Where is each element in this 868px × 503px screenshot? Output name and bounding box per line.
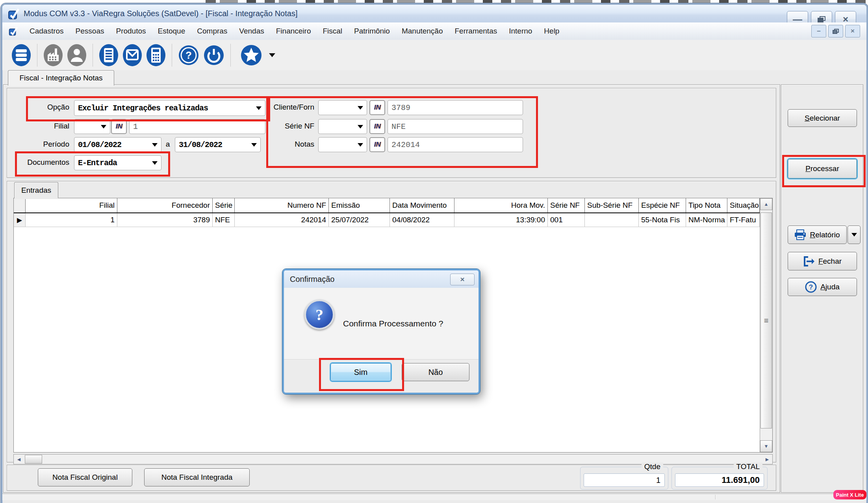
chevron-down-icon [358, 106, 363, 110]
ajuda-button[interactable]: ? Ajuda [788, 278, 857, 296]
menu-pessoas[interactable]: Pessoas [70, 27, 110, 35]
notas-combo[interactable] [318, 137, 367, 152]
filter-panel: Opção Excluir Integrações realizadas Fil… [7, 88, 776, 178]
favorites-dropdown-icon[interactable] [269, 53, 275, 57]
col-especie-nf[interactable]: Espécie NF [639, 198, 686, 212]
col-emissao[interactable]: Emissão [329, 198, 390, 212]
menu-patrimonio[interactable]: Patrimônio [348, 27, 396, 35]
col-sub-serie-nf[interactable]: Sub-Série NF [585, 198, 639, 212]
menu-interno[interactable]: Interno [503, 27, 538, 35]
cliente-forn-edit[interactable]: 3789 [388, 100, 523, 115]
database-menu-icon[interactable] [11, 44, 31, 67]
cell-fornecedor: 3789 [117, 213, 213, 227]
svg-text:?: ? [185, 49, 192, 61]
mdi-restore-button[interactable] [828, 25, 843, 37]
svg-text:?: ? [809, 283, 813, 291]
scroll-left-button[interactable]: ◀ [14, 455, 24, 464]
mdi-close-icon: × [851, 27, 855, 35]
favorites-star-icon[interactable] [240, 44, 262, 66]
menu-compras[interactable]: Compras [191, 27, 233, 35]
col-hora-mov[interactable]: Hora Mov. [454, 198, 548, 212]
tab-fiscal-integracao-notas[interactable]: Fiscal - Integração Notas [8, 70, 114, 86]
total-value: 11.691,00 [721, 475, 760, 485]
close-icon: × [460, 275, 464, 284]
serie-nf-edit[interactable]: NFE [388, 119, 523, 134]
qtde-value-field: 1 [584, 473, 665, 487]
col-serie[interactable]: Série [213, 198, 235, 212]
sim-button[interactable]: Sim [330, 363, 391, 381]
opcao-combo[interactable]: Excluir Integrações realizadas [74, 100, 265, 116]
menu-estoque[interactable]: Estoque [152, 27, 191, 35]
relatorio-button[interactable]: Relatório [788, 225, 847, 244]
nota-fiscal-integrada-label: Nota Fiscal Integrada [161, 473, 233, 482]
cliente-forn-in-button[interactable]: IN [369, 100, 385, 115]
col-numero-nf[interactable]: Numero NF [235, 198, 329, 212]
dialog-close-button[interactable]: × [450, 274, 475, 285]
dialog-message: Confirma Processamento ? [343, 288, 443, 360]
col-data-movimento[interactable]: Data Movimento [390, 198, 454, 212]
scroll-up-button[interactable]: ▲ [760, 198, 772, 210]
menu-fiscal[interactable]: Fiscal [317, 27, 348, 35]
menu-ferramentas[interactable]: Ferramentas [449, 27, 503, 35]
col-tipo-nota[interactable]: Tipo Nota [686, 198, 727, 212]
status-bar [2, 494, 866, 500]
power-icon[interactable] [203, 45, 224, 66]
periodo-from-datepicker[interactable]: 01/08/2022 [74, 137, 161, 152]
filial-edit[interactable]: 1 [129, 119, 265, 134]
col-situacao[interactable]: Situação [727, 198, 760, 212]
processar-button[interactable]: Processar [788, 159, 857, 179]
col-filial[interactable]: Filial [26, 198, 117, 212]
filial-in-button[interactable]: IN [111, 119, 127, 134]
scroll-grip-icon: ≡ [764, 316, 769, 325]
menu-vendas[interactable]: Vendas [233, 27, 270, 35]
grid-vertical-scrollbar[interactable]: ▲ ≡ ▼ [760, 198, 772, 452]
fechar-button[interactable]: Fechar [788, 252, 857, 270]
chevron-down-icon [851, 233, 857, 237]
notas-edit[interactable]: 242014 [388, 137, 523, 152]
documentos-combo[interactable]: E-Entrada [74, 155, 161, 170]
horizontal-scroll-thumb[interactable] [25, 455, 42, 464]
menu-produtos[interactable]: Produtos [110, 27, 152, 35]
scroll-down-button[interactable]: ▼ [760, 440, 772, 452]
nota-fiscal-integrada-button[interactable]: Nota Fiscal Integrada [144, 468, 250, 486]
menu-help[interactable]: Help [538, 27, 565, 35]
grid-indicator-header [14, 198, 26, 212]
fechar-label: Fechar [818, 257, 842, 266]
nao-button[interactable]: Não [402, 363, 469, 381]
periodo-from-value: 01/08/2022 [74, 140, 121, 149]
mdi-minimize-button[interactable]: – [811, 25, 826, 37]
serie-nf-combo[interactable] [318, 119, 367, 134]
help-icon[interactable]: ? [178, 45, 199, 66]
toolbar-separator [37, 44, 37, 67]
document-list-icon[interactable] [99, 44, 119, 67]
cell-especie-nf: 55-Nota Fis [639, 213, 686, 227]
serie-nf-in-button[interactable]: IN [369, 119, 385, 134]
menu-financeiro[interactable]: Financeiro [270, 27, 317, 35]
user-icon[interactable] [67, 44, 87, 67]
cliente-forn-combo[interactable] [318, 100, 367, 115]
mdi-close-button[interactable]: × [845, 25, 860, 37]
col-serie-nf[interactable]: Série NF [548, 198, 585, 212]
notas-in-button[interactable]: IN [369, 137, 385, 152]
calculator-icon[interactable] [146, 44, 166, 67]
printer-icon [794, 229, 806, 240]
relatorio-dropdown-button[interactable] [848, 225, 861, 244]
mdi-minimize-icon: – [817, 27, 820, 35]
col-fornecedor[interactable]: Fornecedor [117, 198, 213, 212]
periodo-to-datepicker[interactable]: 31/08/2022 [175, 137, 261, 152]
company-factory-icon[interactable] [43, 44, 63, 67]
mdi-window-controls: – × [811, 25, 860, 37]
tab-label: Fiscal - Integração Notas [19, 74, 102, 82]
table-row[interactable]: ▶ 1 3789 NFE 242014 25/07/2022 04/08/202… [14, 213, 760, 227]
nota-fiscal-original-button[interactable]: Nota Fiscal Original [38, 468, 132, 486]
total-value-field: 11.691,00 [675, 473, 764, 487]
menu-manutencao[interactable]: Manutenção [396, 27, 449, 35]
tab-entradas[interactable]: Entradas [14, 182, 58, 198]
scroll-right-icon: ▶ [766, 457, 769, 462]
selecionar-button[interactable]: Selecionar [788, 109, 857, 127]
mail-icon[interactable] [122, 44, 142, 67]
scroll-right-button[interactable]: ▶ [762, 455, 772, 464]
menu-cadastros[interactable]: Cadastros [24, 27, 70, 35]
vertical-scroll-thumb[interactable]: ≡ [760, 212, 772, 428]
filial-combo[interactable] [74, 119, 110, 134]
